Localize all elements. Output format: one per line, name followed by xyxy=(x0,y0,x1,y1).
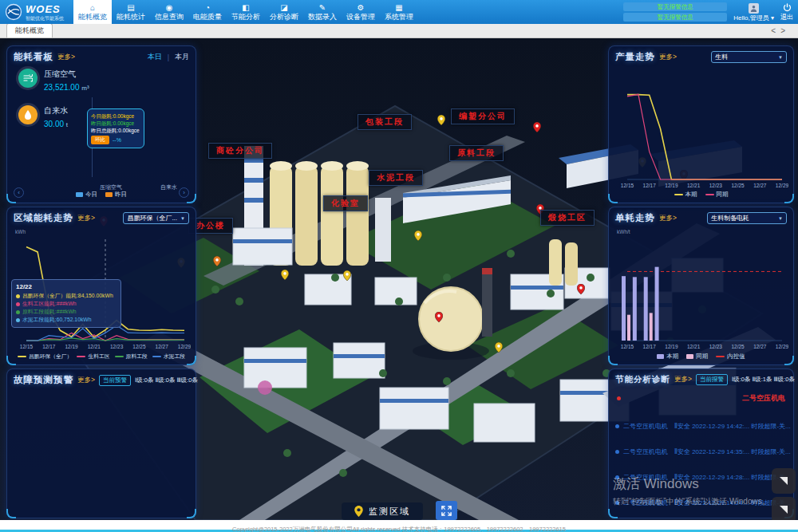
unit-selector[interactable]: 生料制备电耗▼ xyxy=(707,212,787,224)
nav-item-device-mgmt[interactable]: ⚙ 设备管理 xyxy=(342,0,380,24)
alarm-row[interactable]: 二号空压机电机 Ⅱ安全 2022-12-29 14:28:... 时段超限-关.… xyxy=(609,473,793,482)
header-right: 暂无报警信息 暂无报警信息 Hello,管理员 ▾ 退出 xyxy=(623,0,798,24)
current-warning-button[interactable]: 当前预警 xyxy=(99,375,131,386)
map-pin[interactable] xyxy=(577,283,585,298)
nav-item-saving-analysis[interactable]: ◧ 节能分析 xyxy=(227,0,265,24)
tooltip-line: 昌鹏环保（全厂）能耗:84,150.00kWh xyxy=(16,292,117,300)
edit-icon: ✎ xyxy=(319,4,326,12)
power-icon xyxy=(783,3,792,12)
tab-scroll-arrows[interactable]: <> xyxy=(771,26,790,35)
greeting-text: Hello,管理员 ▾ xyxy=(733,15,774,22)
next-arrow-button[interactable]: › xyxy=(179,187,189,198)
map-pin[interactable] xyxy=(495,341,503,356)
logout-label: 退出 xyxy=(780,13,793,22)
nav-item-info-query[interactable]: ◉ 信息查询 xyxy=(150,0,188,24)
nav-label: 分析诊断 xyxy=(270,13,298,21)
current-alarm-button[interactable]: 当前报警 xyxy=(696,374,728,385)
map-label-calcining-area[interactable]: 煅烧工区 xyxy=(540,210,595,226)
alarm-row[interactable]: 二号空压机电机 Ⅱ安全 2022-12-29 14:24:... 时段超限-关.… xyxy=(609,499,793,507)
svg-text:12/17: 12/17 xyxy=(643,183,657,188)
svg-text:12/15: 12/15 xyxy=(621,183,634,188)
nav-item-data-entry[interactable]: ✎ 数据录入 xyxy=(303,0,342,24)
nav-item-system-mgmt[interactable]: ▦ 系统管理 xyxy=(380,0,418,24)
map-label-weaving-branch[interactable]: 编塑分公司 xyxy=(451,108,515,124)
alarm-banner[interactable]: 暂无报警信息 xyxy=(623,13,727,22)
map-label-cement-section[interactable]: 水泥工段 xyxy=(369,170,423,186)
legend-item: 原料工段 xyxy=(115,353,148,361)
panel-region-trend: 区域能耗走势 更多> 昌鹏环保（全厂...▼ kWh 12/1512/1712/… xyxy=(6,207,196,365)
map-label-packing-section[interactable]: 包装工段 xyxy=(358,114,412,130)
system-icon: ▦ xyxy=(395,4,402,12)
chevron-down-icon: ▼ xyxy=(778,216,783,221)
alarm-banners: 暂无报警信息 暂无报警信息 xyxy=(623,2,727,22)
prev-arrow-button[interactable]: ‹ xyxy=(14,187,24,198)
panel-title: 单耗走势 xyxy=(615,212,655,224)
energy-item-value: 23,521.00 m³ xyxy=(44,83,89,92)
map-pin[interactable] xyxy=(281,269,289,283)
alarm-marquee: 二号空压机电 xyxy=(609,387,793,405)
map-pin[interactable] xyxy=(414,230,422,244)
user-menu[interactable]: Hello,管理员 ▾ xyxy=(733,3,774,22)
legend-item: 昌鹏环保（全厂） xyxy=(18,353,72,361)
nav-label: 电能质量 xyxy=(193,13,222,21)
energy-item-name: 压缩空气 xyxy=(44,69,89,80)
location-pin-icon xyxy=(437,115,445,125)
location-pin-icon xyxy=(495,342,503,353)
energy-item[interactable]: 压缩空气 23,521.00 m³ xyxy=(18,69,89,92)
production-selector[interactable]: 生料▼ xyxy=(711,51,787,63)
tab-strip: 能耗概览 <> xyxy=(0,24,798,38)
location-pin-icon xyxy=(533,122,541,132)
fullscreen-button[interactable] xyxy=(436,501,457,520)
logout-button[interactable]: 退出 xyxy=(780,3,793,22)
alarm-row[interactable]: 二号空压机电机 Ⅱ安全 2022-12-29 14:42:... 时段超限-关.… xyxy=(609,422,793,431)
map-pin[interactable] xyxy=(533,121,541,136)
map-label-laboratory[interactable]: 化验室 xyxy=(323,195,368,211)
region-selector[interactable]: 昌鹏环保（全厂...▼ xyxy=(123,212,189,224)
logo-subtitle: 智能优化节能系统 xyxy=(26,16,64,21)
nav-label: 设备管理 xyxy=(346,13,375,21)
map-pin[interactable] xyxy=(435,311,443,325)
svg-text:12/29: 12/29 xyxy=(178,344,191,349)
more-link[interactable]: 更多> xyxy=(674,375,692,384)
panel-collapse-button[interactable] xyxy=(772,468,796,494)
nav-item-overview[interactable]: ⌂ 能耗概览 xyxy=(73,0,112,24)
analysis-icon: ◧ xyxy=(242,4,249,12)
ratio-badge: 环比 xyxy=(91,136,109,144)
more-link[interactable]: 更多> xyxy=(77,376,95,385)
nav-item-power-quality[interactable]: ◔ 电能质量 xyxy=(188,0,227,24)
search-info-icon: ◉ xyxy=(166,4,173,12)
alarm-level-counts: Ⅰ级:0条 Ⅱ级:1条 Ⅲ级:0条 xyxy=(732,376,795,384)
more-link[interactable]: 更多> xyxy=(57,53,75,62)
gear-icon: ⚙ xyxy=(358,4,365,12)
panel-energy-board: 能耗看板 更多> 本日|本月 压缩空气 23,521.00 m³ 自来水 30.… xyxy=(6,45,196,203)
map-pin[interactable] xyxy=(437,114,445,128)
blue-dot-icon xyxy=(615,501,619,505)
alarm-row[interactable]: 二号空压机电机 Ⅱ安全 2022-12-29 14:35:... 时段超限-关.… xyxy=(609,447,793,456)
panel-saving-diagnosis: 节能分析诊断 更多> 当前报警 Ⅰ级:0条 Ⅱ级:1条 Ⅲ级:0条 二号空压机电… xyxy=(608,368,794,518)
power-quality-icon: ◔ xyxy=(205,4,210,12)
legend-item: 昨日 xyxy=(105,191,127,199)
energy-item[interactable]: 自来水 30.00 t xyxy=(18,105,68,128)
map-pin[interactable] xyxy=(213,255,221,270)
nav-label: 能耗统计 xyxy=(117,13,145,21)
app-logo: WOES 智能优化节能系统 xyxy=(0,0,73,24)
range-tab-today[interactable]: 本日 xyxy=(148,52,162,62)
map-label-raw-material-section[interactable]: 原料工段 xyxy=(449,145,504,161)
svg-text:12/27: 12/27 xyxy=(753,183,767,188)
monitor-area-button[interactable]: 监测区域 xyxy=(342,502,423,520)
nav-item-stats[interactable]: ▤ 能耗统计 xyxy=(112,0,150,24)
svg-text:12/17: 12/17 xyxy=(643,344,657,349)
nav-label: 能耗概览 xyxy=(78,13,107,21)
more-link[interactable]: 更多> xyxy=(77,214,95,223)
svg-text:12/17: 12/17 xyxy=(42,344,56,349)
more-link[interactable]: 更多> xyxy=(659,214,677,223)
tab-energy-overview[interactable]: 能耗概览 xyxy=(6,23,53,37)
alarm-banner[interactable]: 暂无报警信息 xyxy=(623,2,727,11)
panel-collapse-button[interactable] xyxy=(772,497,796,520)
more-link[interactable]: 更多> xyxy=(659,53,677,62)
map-pin[interactable] xyxy=(343,270,351,284)
diagnosis-icon: ◪ xyxy=(280,4,287,12)
map-label-concrete-branch[interactable]: 商砼分公司 xyxy=(208,143,272,159)
range-tab-month[interactable]: 本月 xyxy=(175,52,189,62)
nav-item-diagnosis[interactable]: ◪ 分析诊断 xyxy=(265,0,303,24)
